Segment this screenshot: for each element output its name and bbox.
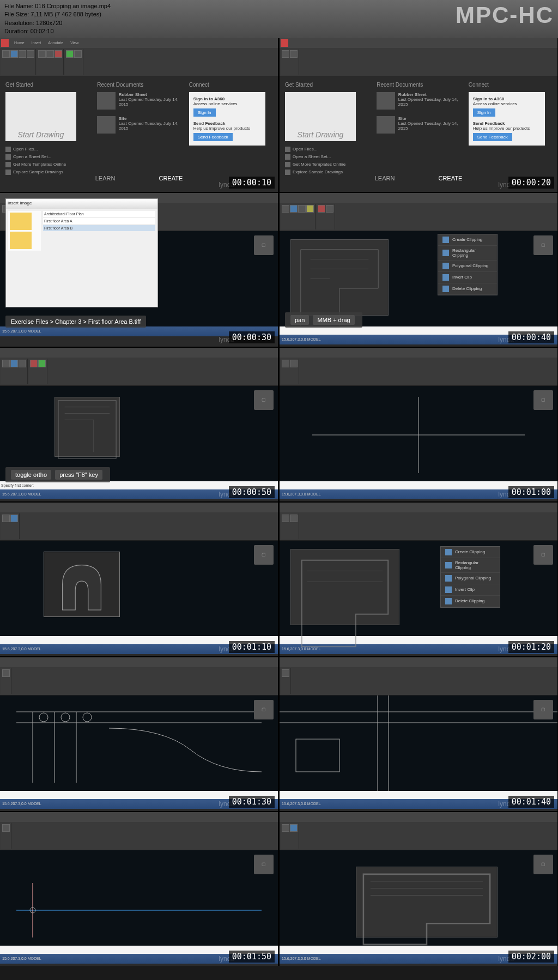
caption: pan MMB + drag [285, 312, 362, 328]
svg-point-5 [83, 713, 92, 722]
mpc-logo: MPC-HC [456, 2, 554, 28]
clip-dropdown[interactable]: Create Clipping Rectangular Clipping Pol… [438, 234, 498, 295]
start-drawing-tile[interactable]: Start Drawing [285, 92, 356, 141]
thumbnail-4[interactable]: ▢ Create Clipping Rectangular Clipping P… [280, 193, 557, 347]
thumbnail-7[interactable]: ▢ 15.6,207.3,0.0 MODEL lynda 00:01:10 [0, 503, 278, 656]
recent-thumb-icon [97, 116, 115, 134]
header: File Name: 018 Cropping an image.mp4 Fil… [0, 0, 558, 38]
viewcube[interactable]: ▢ [533, 390, 553, 410]
ribbon-tabs: Home Insert Annotate View [0, 38, 278, 48]
thumbnail-2[interactable]: Get Started Start Drawing Open Files... … [280, 38, 557, 192]
caption: Exercise Files > Chapter 3 > First floor… [5, 316, 146, 328]
samples-link[interactable]: Explore Sample Drawings [5, 168, 89, 176]
timestamp: 00:01:10 [229, 641, 275, 653]
floorplan-image[interactable] [290, 549, 399, 625]
cropped-image[interactable] [44, 552, 120, 617]
file-info: File Name: 018 Cropping an image.mp4 Fil… [4, 2, 111, 36]
dropdown-item[interactable]: Invert Clip [438, 272, 497, 283]
svg-point-3 [39, 713, 48, 722]
viewcube[interactable]: ▢ [254, 235, 274, 255]
dropdown-item[interactable]: Create Clipping [438, 234, 497, 246]
ribbon-tools [0, 48, 278, 76]
filesize-label: File Size: 7,11 MB (7 462 688 bytes) [4, 10, 111, 19]
get-started-title: Get Started [5, 82, 89, 88]
recent-doc-1[interactable]: Rubber Sheet Last Opened Tuesday, July 1… [97, 92, 180, 112]
connect-title: Connect [189, 82, 272, 88]
timestamp: 00:01:20 [508, 641, 554, 653]
autocad-logo-icon [1, 39, 9, 47]
timestamp: 00:00:30 [229, 331, 275, 343]
drawing-detail [0, 695, 278, 791]
folder-icon[interactable] [10, 232, 32, 249]
start-list: Open Files... Open a Sheet Set... Get Mo… [5, 146, 89, 176]
filename-label: File Name: 018 Cropping an image.mp4 [4, 2, 111, 10]
thumbnail-9[interactable]: ▢ 15.6,207.3,0.0 MODEL lynda 00:01:30 [0, 657, 278, 811]
timestamp: 00:00:10 [229, 177, 275, 189]
file-list[interactable]: Architectural Floor Plan First floor Are… [43, 211, 155, 251]
dialog-titlebar: Insert Image [6, 199, 157, 209]
autocad-logo-icon [281, 39, 288, 47]
ribbon-tab[interactable]: Annotate [45, 40, 66, 46]
thumbnail-10[interactable]: ▢ 15.6,207.3,0.0 MODEL lynda 00:01:40 [280, 657, 557, 811]
templates-link[interactable]: Get More Templates Online [5, 161, 89, 168]
timestamp: 00:00:20 [508, 177, 554, 189]
ribbon-tab[interactable]: Home [11, 40, 28, 46]
duration-label: Duration: 00:02:10 [4, 27, 111, 35]
thumbnail-3[interactable]: ▢ Insert Image Architectural Floor Plan … [0, 193, 278, 347]
start-drawing-tile[interactable]: Start Drawing [5, 92, 76, 141]
timestamp: 00:00:50 [229, 486, 275, 498]
insert-image-dialog[interactable]: Insert Image Architectural Floor Plan Fi… [5, 198, 158, 307]
floorplan-image[interactable] [290, 239, 389, 316]
create-tab[interactable]: CREATE [159, 175, 183, 182]
viewcube[interactable]: ▢ [533, 235, 553, 255]
start-screen: Get Started Start Drawing Open Files... … [0, 76, 278, 172]
clip-dropdown[interactable]: Create Clipping Rectangular Clipping Pol… [440, 546, 500, 608]
viewcube[interactable]: ▢ [254, 390, 274, 410]
dropdown-item[interactable]: Delete Clipping [438, 283, 497, 295]
recent-thumb-icon [97, 92, 115, 110]
timestamp: 00:01:50 [229, 951, 275, 963]
floorplan-image[interactable] [54, 397, 120, 457]
viewcube[interactable]: ▢ [254, 545, 274, 565]
ribbon-tab[interactable]: Insert [28, 40, 45, 46]
timestamp: 00:00:40 [508, 331, 554, 343]
drawing-lines [0, 850, 278, 946]
thumbnail-8[interactable]: Create Clipping Rectangular Clipping Pol… [280, 503, 557, 656]
thumbnail-grid: Home Insert Annotate View Get Started St… [0, 38, 558, 966]
connect-panel: Sign In to A360 Access online services S… [189, 92, 265, 146]
drawing-detail [280, 695, 557, 791]
ribbon: Home Insert Annotate View [0, 38, 278, 76]
thumbnail-5[interactable]: ▢ toggle ortho press "F8" key Specify fi… [0, 348, 278, 501]
dropdown-item[interactable]: Rectangular Clipping [438, 246, 497, 261]
caption: toggle ortho press "F8" key [5, 467, 110, 482]
recent-doc-2[interactable]: Site Last Opened Tuesday, July 14, 2015 [97, 116, 180, 136]
crosshair-cursor [280, 386, 557, 481]
dropdown-item[interactable]: Polygonal Clipping [438, 261, 497, 272]
timestamp: 00:01:30 [229, 796, 275, 808]
signin-button[interactable]: Sign In [193, 108, 216, 117]
svg-point-4 [61, 713, 70, 722]
timestamp: 00:01:00 [508, 486, 554, 498]
open-sheet-link[interactable]: Open a Sheet Set... [5, 153, 89, 161]
thumbnail-1[interactable]: Home Insert Annotate View Get Started St… [0, 38, 278, 192]
learn-tab[interactable]: LEARN [95, 175, 116, 182]
thumbnail-11[interactable]: ▢ 15.6,207.3,0.0 MODEL lynda 00:01:50 [0, 812, 278, 966]
timestamp: 00:01:40 [508, 796, 554, 808]
viewcube[interactable]: ▢ [533, 545, 553, 565]
thumbnail-6[interactable]: ▢ 15.6,207.3,0.0 MODEL lynda 00:01:00 [280, 348, 557, 501]
open-files-link[interactable]: Open Files... [5, 146, 89, 153]
folder-icon[interactable] [10, 213, 32, 230]
recent-docs-title: Recent Documents [97, 82, 180, 88]
ribbon-tab[interactable]: View [67, 40, 82, 46]
svg-rect-0 [58, 400, 116, 458]
resolution-label: Resolution: 1280x720 [4, 19, 111, 27]
viewcube[interactable]: ▢ [533, 855, 553, 874]
feedback-button[interactable]: Send Feedback [193, 133, 233, 141]
viewcube[interactable]: ▢ [533, 700, 553, 719]
thumbnail-12[interactable]: ▢ 15.6,207.3,0.0 MODEL lynda 00:02:00 [280, 812, 557, 966]
timestamp: 00:02:00 [508, 951, 554, 963]
floorplan-image[interactable] [356, 867, 498, 937]
viewcube[interactable]: ▢ [254, 855, 274, 874]
viewcube[interactable]: ▢ [254, 700, 274, 719]
svg-rect-10 [296, 739, 339, 772]
